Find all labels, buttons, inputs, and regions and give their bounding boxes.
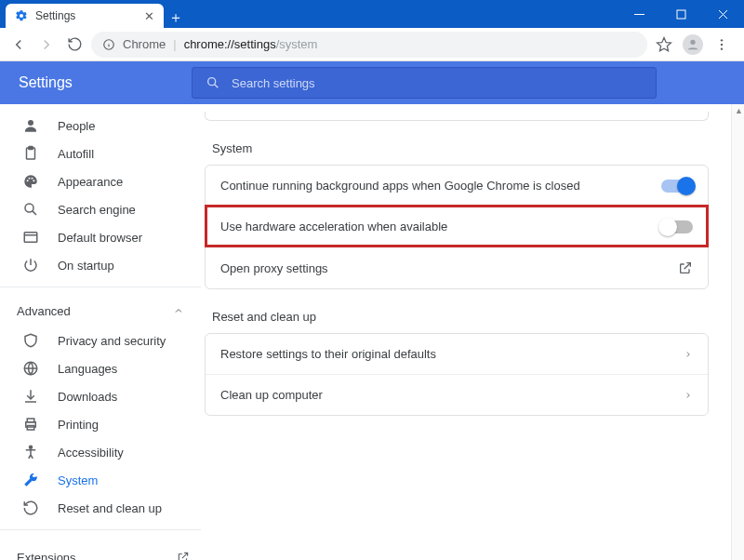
svg-rect-1 (677, 10, 685, 19)
accessibility-icon (22, 444, 39, 460)
sidebar-item-downloads[interactable]: Downloads (0, 382, 201, 410)
restore-icon (22, 500, 39, 516)
clipboard-icon (22, 145, 39, 162)
power-icon (22, 257, 39, 273)
chevron-right-icon (684, 391, 693, 400)
chrome-menu-button[interactable] (711, 33, 733, 56)
omnibox-origin: chrome://settings (184, 37, 276, 51)
sidebar-item-languages[interactable]: Languages (0, 354, 201, 382)
section-title-reset: Reset and clean up (212, 310, 725, 324)
wrench-icon (22, 472, 39, 488)
browser-toolbar: Chrome | chrome://settings/system (0, 28, 744, 61)
sidebar-item-search-engine[interactable]: Search engine (0, 195, 201, 223)
settings-header: Settings (0, 61, 744, 104)
row-label: Open proxy settings (220, 261, 328, 275)
settings-search-input[interactable] (232, 76, 643, 90)
reload-button[interactable] (63, 33, 86, 56)
tab-strip: Settings ✕ ＋ (0, 0, 618, 28)
svg-point-9 (721, 39, 723, 41)
sidebar-section-advanced[interactable]: Advanced (0, 295, 201, 327)
sidebar-item-reset[interactable]: Reset and clean up (0, 494, 201, 522)
svg-rect-28 (27, 419, 34, 422)
window-minimize-button[interactable] (618, 0, 660, 28)
svg-line-13 (215, 85, 219, 88)
row-open-proxy[interactable]: Open proxy settings (206, 247, 708, 288)
sidebar-item-autofill[interactable]: Autofill (0, 140, 201, 167)
svg-point-11 (721, 47, 723, 49)
row-hardware-acceleration[interactable]: Use hardware acceleration when available (206, 206, 708, 247)
svg-rect-16 (29, 147, 33, 150)
forward-button[interactable] (35, 33, 58, 56)
omnibox-chip: Chrome (123, 37, 166, 51)
search-icon (206, 75, 220, 90)
sidebar-item-privacy[interactable]: Privacy and security (0, 327, 201, 354)
open-in-new-icon (177, 551, 190, 560)
browser-window-icon (22, 229, 39, 246)
sidebar-item-printing[interactable]: Printing (0, 410, 201, 438)
sidebar-item-people[interactable]: People (0, 112, 201, 140)
sidebar-item-label: Privacy and security (58, 334, 190, 348)
close-tab-icon[interactable]: ✕ (144, 10, 154, 22)
row-background-apps[interactable]: Continue running background apps when Go… (206, 166, 708, 206)
section-title-system: System (212, 141, 725, 155)
sidebar-item-system[interactable]: System (0, 466, 201, 494)
sidebar-item-extensions[interactable]: Extensions (0, 543, 201, 560)
sidebar-item-label: Downloads (58, 390, 190, 404)
sidebar-item-label: Appearance (58, 175, 190, 189)
svg-point-12 (208, 78, 216, 86)
gear-icon (15, 9, 28, 22)
site-info-icon[interactable] (102, 38, 115, 51)
row-clean-up[interactable]: Clean up computer (206, 374, 708, 415)
new-tab-button[interactable]: ＋ (164, 8, 188, 28)
svg-point-30 (30, 446, 33, 448)
svg-rect-23 (24, 233, 37, 243)
sidebar-item-label: System (58, 473, 190, 487)
row-label: Use hardware acceleration when available (220, 220, 447, 233)
bookmark-star-icon[interactable] (653, 33, 675, 56)
sidebar-item-label: Search engine (58, 203, 190, 217)
row-label: Clean up computer (220, 388, 323, 402)
svg-point-19 (32, 178, 33, 180)
sidebar-item-label: Accessibility (58, 446, 190, 460)
sidebar-item-default-browser[interactable]: Default browser (0, 223, 201, 251)
content-scrollbar[interactable]: ▲ (731, 104, 744, 560)
profile-avatar[interactable] (683, 34, 703, 55)
sidebar-item-label: Languages (58, 362, 190, 376)
window-controls (618, 0, 744, 28)
svg-point-17 (27, 180, 29, 181)
window-maximize-button[interactable] (660, 0, 702, 28)
sidebar-item-accessibility[interactable]: Accessibility (0, 438, 201, 466)
download-icon (22, 388, 39, 405)
chevron-right-icon (684, 350, 693, 359)
svg-marker-7 (658, 37, 671, 50)
window-close-button[interactable] (702, 0, 744, 28)
window-titlebar: Settings ✕ ＋ (0, 0, 744, 28)
chevron-up-icon (173, 305, 184, 316)
browser-tab-settings[interactable]: Settings ✕ (6, 4, 164, 28)
row-restore-defaults[interactable]: Restore settings to their original defau… (206, 334, 708, 374)
omnibox-path: /system (276, 37, 318, 51)
search-icon (22, 201, 39, 218)
svg-point-14 (28, 120, 33, 126)
settings-sidebar: People Autofill Appearance Search engine… (0, 104, 201, 560)
open-in-new-icon (678, 260, 693, 275)
svg-point-21 (25, 204, 33, 212)
prev-section-card-bottom (205, 112, 709, 121)
sidebar-item-label: On startup (58, 259, 190, 273)
system-card: Continue running background apps when Go… (205, 165, 709, 289)
toggle-hardware-acceleration[interactable] (661, 220, 693, 233)
svg-point-20 (33, 180, 34, 181)
sidebar-item-on-startup[interactable]: On startup (0, 251, 201, 279)
toggle-background-apps[interactable] (661, 180, 693, 193)
svg-point-18 (29, 178, 31, 180)
sidebar-item-label: Autofill (58, 147, 190, 161)
row-label: Continue running background apps when Go… (220, 179, 580, 193)
row-label: Restore settings to their original defau… (220, 347, 436, 361)
reset-card: Restore settings to their original defau… (205, 333, 709, 416)
address-bar[interactable]: Chrome | chrome://settings/system (91, 32, 647, 58)
globe-icon (22, 360, 39, 377)
sidebar-item-label: Extensions (17, 551, 166, 561)
back-button[interactable] (7, 33, 30, 56)
settings-search-box[interactable] (192, 67, 657, 99)
sidebar-item-appearance[interactable]: Appearance (0, 167, 201, 195)
